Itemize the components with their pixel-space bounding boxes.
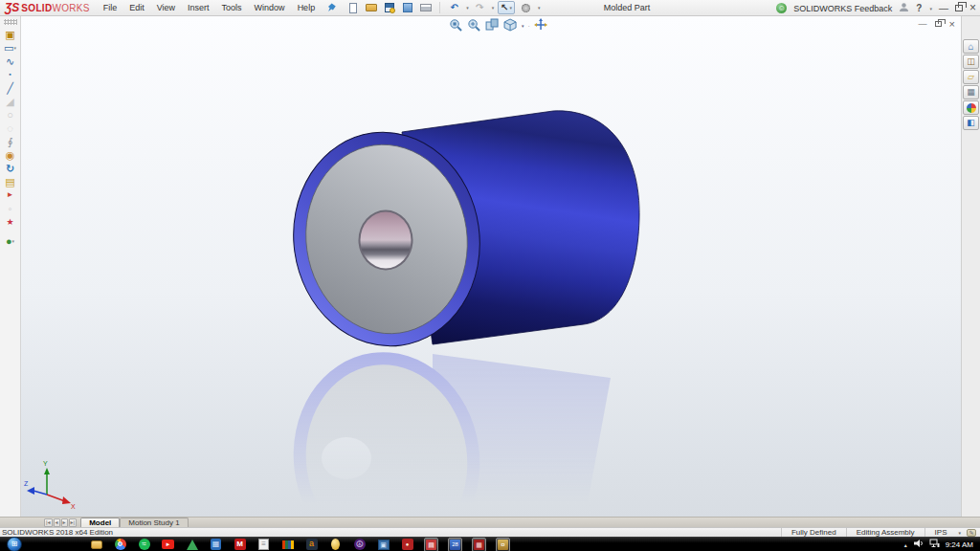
taskbar-peace-app[interactable]: ☮	[347, 538, 371, 551]
taskbar-calculator[interactable]: ▦	[204, 538, 228, 551]
trim-entities-icon[interactable]: ◢	[1, 95, 20, 108]
windows-taskbar: ⊞ ≈ ▸ ▦ M ≡ a ☮	[0, 537, 980, 551]
taskbar-mcafee[interactable]: M	[228, 538, 252, 551]
network-icon[interactable]	[929, 539, 940, 550]
smart-fasteners-icon[interactable]: ◦	[1, 202, 20, 215]
tab-nav-first[interactable]: |◂	[44, 518, 53, 527]
doc-close-button[interactable]: ×	[949, 18, 955, 30]
pin-menu-icon[interactable]	[326, 3, 336, 13]
feedback-label[interactable]: SOLIDWORKS Feedback	[793, 4, 892, 13]
toolbar-grip[interactable]	[4, 19, 17, 25]
menu-view[interactable]: View	[157, 3, 175, 12]
taskbar-active-gold-app[interactable]: ¤	[491, 538, 515, 551]
menu-edit[interactable]: Edit	[129, 3, 145, 12]
heads-up-view-toolbar: ▾ ·	[449, 18, 548, 33]
taskbar-gold-coin[interactable]	[323, 538, 347, 551]
restore-button[interactable]	[955, 5, 963, 11]
graphics-viewport[interactable]: ▾ · — ×	[21, 16, 961, 517]
undo-icon[interactable]: ↶	[447, 1, 461, 14]
taskbar-clock[interactable]: 9:24 AM	[946, 540, 973, 549]
doc-minimize-button[interactable]: —	[919, 18, 927, 30]
appearances-scenes-icon[interactable]	[963, 100, 979, 115]
help-button[interactable]: ?	[916, 0, 922, 16]
redo-icon: ↷	[473, 1, 487, 14]
previous-view-icon[interactable]	[485, 18, 500, 33]
point-tool-icon[interactable]: ▪	[1, 68, 20, 81]
configuration-tab-bar: |◂ ◂ ▸ ▸| Model Motion Study 1	[0, 517, 980, 527]
taskbar-active-red-app[interactable]: ▤	[419, 538, 443, 551]
options-gear-icon[interactable]	[519, 1, 533, 14]
login-person-icon[interactable]	[899, 2, 909, 14]
tray-show-hidden-icon[interactable]: ▴	[904, 541, 907, 548]
volume-icon[interactable]	[913, 539, 924, 550]
close-button[interactable]: ×	[969, 0, 976, 16]
insert-component-icon[interactable]: ◉	[1, 148, 20, 162]
system-tray: ▴ 9:24 AM	[904, 539, 980, 550]
select-tool[interactable]: ↖ ▾	[498, 1, 515, 14]
center-hole[interactable]	[361, 212, 412, 269]
tab-motion-study-1[interactable]: Motion Study 1	[120, 518, 188, 527]
tab-nav-prev[interactable]: ◂	[54, 518, 60, 527]
taskbar-spotify[interactable]: ≈	[132, 538, 156, 551]
taskbar-chrome[interactable]	[108, 538, 132, 551]
taskbar-file-explorer[interactable]	[84, 538, 108, 551]
open-document-icon[interactable]	[364, 1, 378, 14]
view-palette-icon[interactable]: ▦	[963, 85, 979, 99]
taskbar-office[interactable]	[276, 538, 300, 551]
zoom-to-fit-icon[interactable]	[449, 18, 463, 33]
print-icon[interactable]	[418, 1, 433, 14]
sketch-rectangle-icon[interactable]: ▭▾	[1, 41, 20, 55]
custom-properties-icon[interactable]: ◧	[963, 116, 979, 130]
rotate-component-icon[interactable]: ↻	[1, 162, 20, 175]
start-button[interactable]: ⊞	[0, 538, 29, 551]
units-caret[interactable]: ▾	[958, 530, 961, 536]
menu-help[interactable]: Help	[298, 3, 316, 12]
zoom-to-area-icon[interactable]	[467, 18, 481, 33]
doc-restore-button[interactable]	[935, 21, 942, 27]
tab-nav-buttons: |◂ ◂ ▸ ▸|	[44, 518, 77, 527]
tab-nav-next[interactable]: ▸	[61, 518, 68, 527]
taskbar-active-building-app[interactable]: ▦	[467, 538, 491, 551]
save-icon[interactable]	[382, 1, 396, 14]
exploded-view-icon[interactable]: ★	[1, 215, 20, 229]
triad-z-label: Z	[24, 480, 29, 487]
toolbar-separator	[439, 2, 440, 13]
menu-window[interactable]: Window	[255, 3, 285, 12]
taskbar-youtube[interactable]: ▸	[156, 538, 180, 551]
new-document-icon[interactable]	[345, 1, 360, 14]
publish-edrawings-icon[interactable]	[400, 1, 414, 14]
units-selector[interactable]: IPS	[924, 528, 957, 537]
task-pane-tabs: ⌂ ◫ ▱ ▦ ◧	[961, 16, 980, 517]
viewport-3d-scene[interactable]: Y X Z	[21, 16, 961, 517]
solidworks-resources-icon[interactable]: ⌂	[963, 39, 979, 54]
view-orientation-cube-icon[interactable]	[503, 18, 518, 33]
view-settings-icon[interactable]	[534, 18, 548, 33]
taskbar-red-media-app[interactable]: ●	[395, 538, 419, 551]
file-explorer-icon[interactable]: ▱	[963, 70, 979, 84]
taskbar-amazon[interactable]: a	[300, 538, 323, 551]
tags-icon[interactable]: ✎	[967, 529, 976, 537]
line-tool-icon[interactable]: ╱	[1, 81, 20, 95]
circle-tool-icon[interactable]: ○	[1, 108, 20, 121]
note-tool-icon[interactable]: ◌	[1, 121, 20, 135]
edit-component-icon[interactable]: ▣	[1, 28, 20, 41]
status-bar: SOLIDWORKS 2018 x64 Edition Fully Define…	[0, 527, 980, 537]
tab-nav-last[interactable]: ▸|	[69, 518, 78, 527]
tab-model[interactable]: Model	[80, 518, 120, 527]
menu-insert[interactable]: Insert	[188, 3, 210, 12]
menu-file[interactable]: File	[103, 3, 118, 12]
design-library-icon[interactable]: ◫	[963, 55, 979, 69]
taskbar-google-drive[interactable]	[180, 538, 204, 551]
appearances-icon[interactable]: ●▾	[1, 234, 20, 248]
spline-tool-icon[interactable]: ∿	[1, 55, 20, 68]
solidworks-window: ƷS SOLID WORKS File Edit View Insert Too…	[0, 0, 980, 551]
feedback-smiley-icon[interactable]: ☺	[776, 3, 787, 13]
taskbar-blue-window-app[interactable]: ▣	[371, 538, 395, 551]
taskbar-active-calendar-app[interactable]: 28	[443, 538, 467, 551]
minimize-button[interactable]: —	[939, 0, 948, 16]
taskbar-notepad[interactable]: ≡	[252, 538, 276, 551]
design-table-icon[interactable]: ▤	[1, 175, 20, 188]
mate-icon[interactable]: ∮	[1, 135, 20, 148]
move-component-icon[interactable]: ►	[1, 188, 20, 202]
menu-tools[interactable]: Tools	[222, 3, 242, 12]
